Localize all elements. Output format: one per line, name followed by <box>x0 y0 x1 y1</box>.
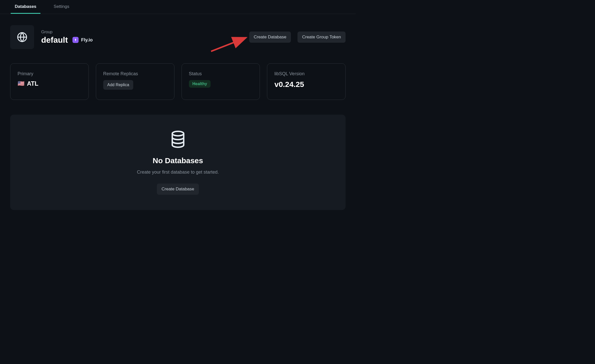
tab-databases[interactable]: Databases <box>11 0 40 14</box>
tab-settings[interactable]: Settings <box>50 0 73 14</box>
group-icon-box <box>10 25 34 49</box>
version-label: libSQL Version <box>274 71 338 77</box>
empty-heading: No Databases <box>153 156 203 165</box>
us-flag-icon: 🇺🇸 <box>18 80 24 87</box>
empty-subtext: Create your first database to get starte… <box>137 170 219 175</box>
primary-region-code: ATL <box>27 80 38 87</box>
version-value: v0.24.25 <box>274 80 338 89</box>
provider-badge: Fly.io <box>72 37 93 43</box>
replicas-label: Remote Replicas <box>103 71 167 77</box>
database-icon <box>170 130 186 148</box>
create-database-button[interactable]: Create Database <box>249 32 291 43</box>
annotation-arrow <box>209 36 249 54</box>
status-card: Status Healthy <box>182 63 260 100</box>
status-badge: Healthy <box>189 80 211 88</box>
primary-card: Primary 🇺🇸 ATL <box>10 63 89 100</box>
group-header: Group default Fly.io <box>10 25 346 49</box>
status-label: Status <box>189 71 253 77</box>
primary-label: Primary <box>18 71 81 77</box>
group-name: default <box>41 35 68 45</box>
add-replica-button[interactable]: Add Replica <box>103 80 133 90</box>
svg-point-4 <box>172 131 184 136</box>
flyio-icon <box>72 37 79 43</box>
svg-line-3 <box>211 38 246 51</box>
empty-create-database-button[interactable]: Create Database <box>157 184 199 195</box>
empty-state-panel: No Databases Create your first database … <box>10 115 346 210</box>
tab-bar: Databases Settings <box>0 0 356 14</box>
create-group-token-button[interactable]: Create Group Token <box>298 32 346 43</box>
globe-icon <box>17 32 27 42</box>
provider-name: Fly.io <box>81 37 93 43</box>
replicas-card: Remote Replicas Add Replica <box>96 63 174 100</box>
group-label: Group <box>41 30 93 34</box>
version-card: libSQL Version v0.24.25 <box>267 63 346 100</box>
